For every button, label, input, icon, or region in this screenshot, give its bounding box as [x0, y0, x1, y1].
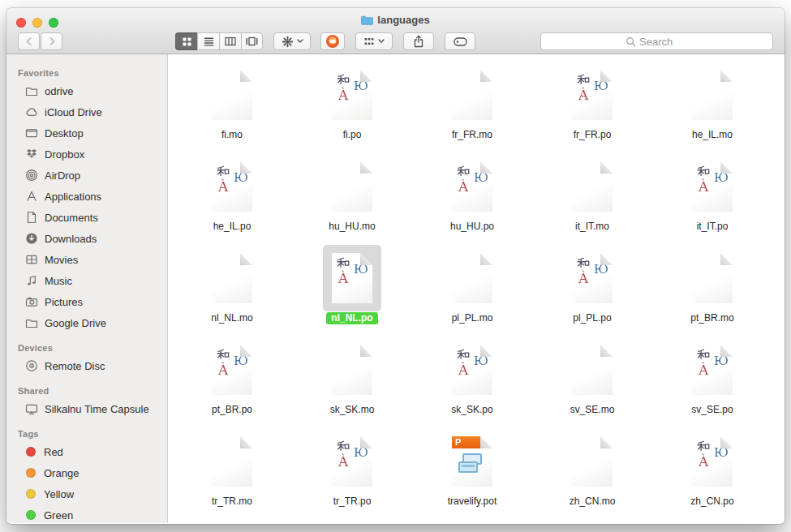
odrive-toolbar-button[interactable] — [320, 32, 345, 50]
sidebar-item-documents[interactable]: Documents — [6, 207, 167, 228]
file-name: hu_HU.po — [445, 221, 499, 233]
cyrillic-glyph: Ю — [594, 264, 608, 276]
sidebar-item-dropbox[interactable]: Dropbox — [6, 144, 167, 165]
share-button[interactable] — [403, 32, 434, 50]
coverflow-view-button[interactable] — [241, 32, 263, 50]
icon-slot — [683, 62, 742, 128]
movies-icon — [24, 253, 38, 267]
po-file-icon: ЮÀ — [692, 345, 733, 395]
file-item-sk-sk-mo[interactable]: sk_SK.mo — [292, 335, 412, 427]
sidebar-item-applications[interactable]: Applications — [6, 186, 167, 207]
sidebar-item-downloads[interactable]: Downloads — [6, 228, 167, 249]
cyrillic-glyph: Ю — [354, 264, 368, 276]
file-name: travelify.pot — [443, 496, 501, 508]
file-item-pl-pl-mo[interactable]: pl_PL.mo — [412, 243, 532, 335]
sidebar-section-title-devices: Devices — [6, 333, 167, 355]
sidebar-item-red[interactable]: Red — [6, 441, 167, 462]
file-item-fr-fr-mo[interactable]: fr_FR.mo — [412, 60, 532, 152]
file-name: sv_SE.mo — [565, 404, 620, 416]
sidebar-item-label: Silkalnu Time Capsule — [45, 403, 149, 415]
icon-slot — [203, 428, 261, 495]
icon-slot — [203, 62, 261, 128]
share-icon — [413, 35, 424, 48]
forward-button[interactable] — [41, 32, 62, 50]
sidebar-item-orange[interactable]: Orange — [6, 462, 167, 483]
search-field[interactable] — [540, 32, 773, 50]
folder-icon — [24, 316, 38, 330]
icon-slot: ЮÀ — [323, 62, 381, 128]
sidebar-item-label: Applications — [45, 191, 101, 203]
file-item-tr-tr-mo[interactable]: tr_TR.mo — [172, 427, 292, 518]
file-item-sk-sk-po[interactable]: ЮÀsk_SK.po — [412, 335, 532, 427]
file-item-fi-po[interactable]: ЮÀfi.po — [292, 60, 412, 152]
dropbox-icon — [24, 148, 38, 161]
search-icon — [625, 36, 636, 47]
latin-glyph: À — [458, 363, 468, 377]
sidebar-item-remote-disc[interactable]: Remote Disc — [6, 355, 167, 376]
latin-glyph: À — [338, 88, 348, 102]
list-view-button[interactable] — [197, 32, 219, 50]
mo-file-icon — [332, 345, 372, 395]
file-name: nl_NL.mo — [206, 312, 257, 324]
icon-slot: ЮÀ — [683, 153, 742, 220]
sidebar-item-google-drive[interactable]: Google Drive — [6, 312, 167, 333]
sidebar-item-desktop[interactable]: Desktop — [6, 122, 167, 144]
file-item-zh-cn-mo[interactable]: zh_CN.mo — [532, 427, 652, 518]
nav-buttons — [18, 32, 62, 50]
sidebar-item-pictures[interactable]: Pictures — [6, 291, 167, 312]
back-button[interactable] — [18, 32, 40, 50]
file-item-he-il-mo[interactable]: he_IL.mo — [652, 60, 772, 152]
po-file-icon: ЮÀ — [332, 70, 372, 120]
sidebar-item-silkalnu-time-capsule[interactable]: Silkalnu Time Capsule — [6, 398, 167, 419]
applications-icon — [24, 190, 38, 204]
tags-button[interactable] — [445, 32, 475, 50]
file-item-it-it-mo[interactable]: it_IT.mo — [532, 152, 652, 243]
sidebar-section-title-shared: Shared — [6, 376, 167, 398]
file-item-fi-mo[interactable]: fi.mo — [172, 60, 292, 152]
file-name: pt_BR.mo — [686, 312, 738, 324]
sidebar-item-movies[interactable]: Movies — [6, 249, 167, 270]
file-name: zh_CN.mo — [565, 496, 621, 508]
sidebar-item-music[interactable]: Music — [6, 270, 167, 291]
sidebar-item-airdrop[interactable]: AirDrop — [6, 165, 167, 186]
icon-view-button[interactable] — [175, 32, 197, 50]
file-item-travelify-pot[interactable]: Ptravelify.pot — [412, 427, 532, 518]
icon-slot — [443, 245, 501, 311]
file-item-sv-se-mo[interactable]: sv_SE.mo — [532, 335, 652, 427]
icon-slot: ЮÀ — [563, 62, 621, 128]
action-menu-button[interactable] — [273, 32, 311, 50]
cjk-glyph — [577, 74, 590, 87]
search-input[interactable] — [639, 36, 688, 48]
file-item-pl-pl-po[interactable]: ЮÀpl_PL.po — [532, 243, 652, 335]
file-item-he-il-po[interactable]: ЮÀhe_IL.po — [172, 152, 292, 243]
file-item-hu-hu-mo[interactable]: hu_HU.mo — [292, 152, 412, 243]
icon-slot: ЮÀ — [443, 153, 501, 220]
chevron-down-icon — [297, 39, 303, 44]
file-item-sv-se-po[interactable]: ЮÀsv_SE.po — [652, 335, 772, 427]
file-item-it-it-po[interactable]: ЮÀit_IT.po — [652, 152, 772, 243]
sidebar-item-odrive[interactable]: odrive — [6, 80, 167, 101]
mo-file-icon — [692, 70, 733, 120]
file-item-hu-hu-po[interactable]: ЮÀhu_HU.po — [412, 152, 532, 243]
file-item-fr-fr-po[interactable]: ЮÀfr_FR.po — [532, 60, 652, 152]
sidebar-item-yellow[interactable]: Yellow — [6, 483, 167, 504]
arrange-menu-button[interactable] — [355, 32, 393, 50]
file-item-pt-br-mo[interactable]: pt_BR.mo — [652, 243, 772, 335]
desktop-background: languages — [0, 0, 791, 532]
file-item-tr-tr-po[interactable]: ЮÀtr_TR.po — [292, 427, 412, 518]
sidebar-item-icloud-drive[interactable]: iCloud Drive — [6, 101, 167, 122]
po-file-icon: ЮÀ — [332, 436, 372, 487]
file-item-zh-cn-po[interactable]: ЮÀzh_CN.po — [652, 427, 772, 518]
sidebar-item-green[interactable]: Green — [6, 504, 167, 523]
file-grid: fi.mo ЮÀfi.pofr_FR.mo ЮÀfr_FR.pohe_IL.mo… — [168, 54, 785, 518]
coverflow-view-icon — [246, 36, 258, 46]
sidebar-item-label: Music — [45, 275, 72, 287]
cyrillic-glyph: Ю — [474, 172, 488, 184]
tag-icon — [454, 36, 467, 47]
titlebar[interactable]: languages — [6, 8, 785, 28]
column-view-button[interactable] — [219, 32, 241, 50]
file-item-nl-nl-mo[interactable]: nl_NL.mo — [172, 243, 292, 335]
file-item-nl-nl-po[interactable]: ЮÀnl_NL.po — [292, 243, 412, 335]
latin-glyph: À — [578, 272, 588, 285]
file-item-pt-br-po[interactable]: ЮÀpt_BR.po — [172, 335, 292, 427]
